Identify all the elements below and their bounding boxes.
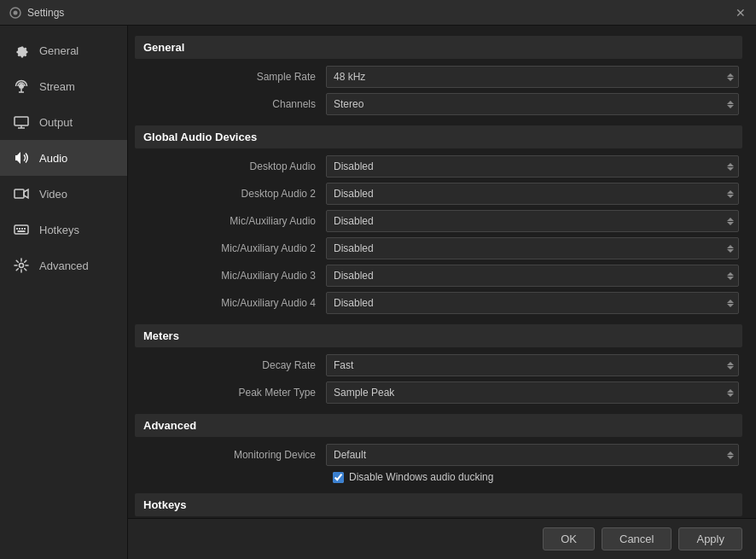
desktop-audio-label: Desktop Audio: [138, 160, 326, 172]
bottom-bar: OK Cancel Apply: [128, 518, 756, 559]
sample-rate-label: Sample Rate: [138, 71, 326, 83]
desktop-audio2-row: Desktop Audio 2 Disabled: [135, 183, 742, 205]
audio-ducking-checkbox[interactable]: [333, 472, 344, 483]
section-global-audio: Global Audio Devices Desktop Audio Disab…: [135, 125, 742, 314]
desktop-audio2-select[interactable]: Disabled: [326, 183, 739, 205]
decay-rate-label: Decay Rate: [138, 359, 326, 371]
svg-rect-13: [24, 228, 26, 230]
sidebar-item-output[interactable]: Output: [0, 104, 127, 140]
svg-rect-5: [15, 117, 28, 125]
peak-meter-label: Peak Meter Type: [138, 387, 326, 399]
audio-ducking-row: Disable Windows audio ducking: [135, 471, 742, 483]
sidebar-general-label: General: [39, 44, 79, 57]
sidebar-audio-label: Audio: [39, 152, 67, 165]
cancel-button[interactable]: Cancel: [602, 527, 672, 550]
decay-rate-row: Decay Rate Fast Medium Slow: [135, 354, 742, 376]
monitoring-device-label: Monitoring Device: [138, 449, 326, 461]
sidebar-hotkeys-label: Hotkeys: [39, 224, 79, 236]
audio-ducking-label: Disable Windows audio ducking: [349, 471, 493, 483]
svg-rect-10: [16, 228, 18, 230]
video-icon: [12, 184, 31, 203]
stream-icon: [12, 77, 31, 96]
svg-point-2: [19, 84, 24, 89]
svg-point-1: [14, 10, 18, 15]
sample-rate-row: Sample Rate 48 kHz 44.1 kHz 32 kHz: [135, 66, 742, 88]
section-hotkeys-header: Hotkeys: [135, 493, 742, 516]
audio-icon: [12, 148, 31, 167]
mic-aux2-row: Mic/Auxiliary Audio 2 Disabled: [135, 237, 742, 259]
desktop-audio2-label: Desktop Audio 2: [138, 188, 326, 200]
sidebar-item-general[interactable]: General: [0, 32, 127, 68]
channels-label: Channels: [138, 98, 326, 110]
sample-rate-control: 48 kHz 44.1 kHz 32 kHz: [326, 66, 739, 88]
monitoring-device-row: Monitoring Device Default: [135, 444, 742, 466]
mic-aux2-select[interactable]: Disabled: [326, 237, 739, 259]
content-area: General Sample Rate 48 kHz 44.1 kHz 32 k…: [128, 26, 756, 559]
sidebar-item-stream[interactable]: Stream: [0, 68, 127, 104]
sidebar-item-advanced[interactable]: Advanced: [0, 247, 127, 283]
titlebar: Settings ✕: [0, 0, 756, 26]
keyboard-icon: [12, 220, 31, 239]
channels-control: Stereo Mono: [326, 93, 739, 115]
sample-rate-select[interactable]: 48 kHz 44.1 kHz 32 kHz: [326, 66, 739, 88]
section-global-audio-header: Global Audio Devices: [135, 125, 742, 148]
channels-row: Channels Stereo Mono: [135, 93, 742, 115]
sidebar-item-hotkeys[interactable]: Hotkeys: [0, 212, 127, 247]
monitoring-device-select[interactable]: Default: [326, 444, 739, 466]
section-meters-header: Meters: [135, 324, 742, 347]
section-general: General Sample Rate 48 kHz 44.1 kHz 32 k…: [135, 36, 742, 115]
svg-rect-8: [15, 189, 24, 198]
close-button[interactable]: ✕: [732, 4, 749, 21]
peak-meter-row: Peak Meter Type Sample Peak True Peak: [135, 381, 742, 404]
section-hotkeys: Hotkeys Alert Box Enable Push-to-mute Pu…: [135, 493, 742, 518]
svg-rect-14: [18, 230, 26, 232]
mic-aux4-row: Mic/Auxiliary Audio 4 Disabled: [135, 292, 742, 314]
output-icon: [12, 113, 31, 131]
sidebar-advanced-label: Advanced: [39, 259, 89, 272]
ok-button[interactable]: OK: [543, 527, 595, 550]
mic-aux3-select[interactable]: Disabled: [326, 265, 739, 287]
sidebar-item-audio[interactable]: Audio: [0, 140, 127, 176]
mic-aux2-label: Mic/Auxiliary Audio 2: [138, 242, 326, 254]
scrollable-content[interactable]: General Sample Rate 48 kHz 44.1 kHz 32 k…: [128, 26, 756, 518]
sidebar-output-label: Output: [39, 116, 73, 129]
mic-aux4-label: Mic/Auxiliary Audio 4: [138, 297, 326, 309]
section-advanced: Advanced Monitoring Device Default: [135, 414, 742, 483]
main-layout: General Stream: [0, 26, 756, 559]
sidebar-stream-label: Stream: [39, 80, 75, 93]
desktop-audio-select[interactable]: Disabled: [326, 155, 739, 178]
mic-aux-label: Mic/Auxiliary Audio: [138, 215, 326, 227]
mic-aux3-row: Mic/Auxiliary Audio 3 Disabled: [135, 265, 742, 287]
desktop-audio-row: Desktop Audio Disabled: [135, 155, 742, 178]
mic-aux-select[interactable]: Disabled: [326, 210, 739, 232]
advanced-icon: [12, 256, 31, 275]
section-advanced-header: Advanced: [135, 414, 742, 437]
app-icon: [9, 6, 22, 20]
gear-icon: [12, 41, 31, 60]
sample-rate-select-wrapper: 48 kHz 44.1 kHz 32 kHz: [326, 66, 739, 88]
sidebar-item-video[interactable]: Video: [0, 176, 127, 212]
mic-aux-row: Mic/Auxiliary Audio Disabled: [135, 210, 742, 232]
mic-aux3-label: Mic/Auxiliary Audio 3: [138, 270, 326, 282]
svg-rect-12: [21, 228, 23, 230]
peak-meter-select[interactable]: Sample Peak True Peak: [326, 381, 739, 404]
apply-button[interactable]: Apply: [678, 527, 742, 550]
section-meters: Meters Decay Rate Fast Medium Slow: [135, 324, 742, 404]
svg-point-15: [20, 264, 24, 268]
channels-select[interactable]: Stereo Mono: [326, 93, 739, 115]
svg-rect-11: [19, 228, 20, 230]
mic-aux4-select[interactable]: Disabled: [326, 292, 739, 314]
window-title: Settings: [27, 7, 64, 19]
section-general-header: General: [135, 36, 742, 59]
channels-select-wrapper: Stereo Mono: [326, 93, 739, 115]
decay-rate-select[interactable]: Fast Medium Slow: [326, 354, 739, 376]
sidebar-video-label: Video: [39, 188, 67, 201]
sidebar: General Stream: [0, 26, 128, 559]
